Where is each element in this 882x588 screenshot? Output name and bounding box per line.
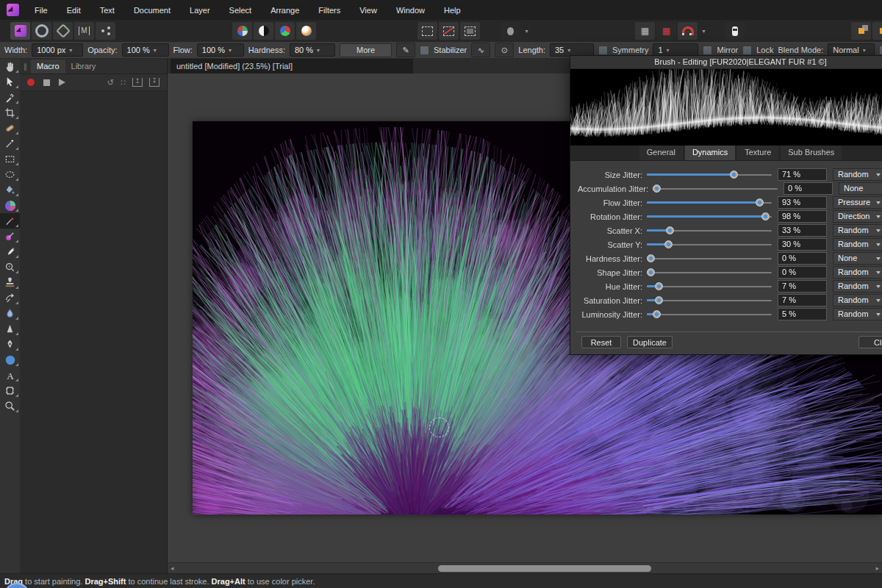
luminosity-jitter-mode-select[interactable]: Random <box>833 308 882 320</box>
pen-tool[interactable] <box>0 337 20 352</box>
scroll-left-icon[interactable]: ◂ <box>171 563 174 574</box>
menu-item-help[interactable]: Help <box>434 1 470 20</box>
auto-colour-button[interactable] <box>275 22 295 40</box>
tab-macro[interactable]: Macro <box>31 60 65 74</box>
insert-target-alt-button[interactable] <box>872 22 882 40</box>
liquify-persona-button[interactable] <box>32 22 51 40</box>
menu-item-select[interactable]: Select <box>220 1 262 20</box>
hue-jitter-mode-select[interactable]: Random <box>833 280 882 293</box>
menu-item-layer[interactable]: Layer <box>180 1 220 20</box>
horizontal-scrollbar[interactable]: ◂ ▸ <box>168 562 882 574</box>
menu-item-view[interactable]: View <box>350 1 387 20</box>
more-button[interactable]: More <box>340 43 392 57</box>
size-jitter-value[interactable]: 71 % <box>778 168 827 181</box>
scatter-y-slider[interactable] <box>647 240 772 248</box>
develop-persona-button[interactable] <box>53 22 73 40</box>
flow-jitter-slider[interactable] <box>647 198 772 207</box>
slider-thumb[interactable] <box>653 184 661 193</box>
auto-white-balance-button[interactable] <box>296 22 316 40</box>
mirror-checkbox[interactable] <box>703 46 712 55</box>
close-button[interactable]: Close <box>858 336 882 348</box>
inpainting-brush-tool[interactable] <box>0 121 20 136</box>
selection-mask-button[interactable] <box>460 22 480 40</box>
hue-jitter-slider[interactable] <box>647 282 772 290</box>
record-button[interactable] <box>27 79 35 86</box>
stop-button[interactable] <box>43 79 50 86</box>
menu-item-edit[interactable]: Edit <box>57 1 90 20</box>
export-persona-button[interactable] <box>96 22 115 40</box>
shape-jitter-mode-select[interactable]: Random <box>833 266 882 279</box>
scatter-x-slider[interactable] <box>647 226 772 234</box>
ellipse-tool[interactable] <box>0 352 20 368</box>
hardness-jitter-slider[interactable] <box>647 254 772 262</box>
menu-item-filters[interactable]: Filters <box>309 1 350 20</box>
tone-mapping-persona-button[interactable]: M <box>74 22 94 40</box>
slider-thumb[interactable] <box>647 254 655 262</box>
tab-library[interactable]: Library <box>65 60 102 74</box>
selection-marquee-button[interactable] <box>417 22 437 40</box>
slider-thumb[interactable] <box>756 198 764 207</box>
edit-brush-button[interactable]: ✎ <box>396 43 415 57</box>
quick-mask-button[interactable] <box>501 22 520 40</box>
scatter-x-value[interactable]: 33 % <box>778 224 827 237</box>
slider-thumb[interactable] <box>761 212 770 220</box>
accumulation-jitter-slider[interactable] <box>653 184 778 193</box>
auto-levels-button[interactable] <box>232 22 252 40</box>
export-icon[interactable]: ↥ <box>132 78 143 87</box>
saturation-jitter-slider[interactable] <box>647 296 772 304</box>
gradient-tool[interactable] <box>0 198 20 213</box>
flood-fill-tool[interactable] <box>0 182 20 198</box>
rotation-jitter-value[interactable]: 98 % <box>778 210 827 223</box>
reset-button[interactable]: Reset <box>581 336 621 348</box>
undo-brush-tool[interactable] <box>0 290 20 306</box>
view-tool[interactable] <box>0 59 20 74</box>
rotation-jitter-mode-select[interactable]: Direction <box>833 210 882 223</box>
width-field[interactable]: 1000 px▾ <box>32 43 83 57</box>
size-jitter-mode-select[interactable]: Random <box>833 168 882 181</box>
tab-dynamics[interactable]: Dynamics <box>685 146 735 160</box>
lock-checkbox[interactable] <box>742 46 752 55</box>
slider-thumb[interactable] <box>730 171 738 179</box>
auto-contrast-button[interactable] <box>254 22 273 40</box>
rotation-jitter-slider[interactable] <box>647 212 772 220</box>
mesh-warp-tool[interactable] <box>0 383 20 398</box>
sharpen-tool[interactable] <box>0 321 20 337</box>
flow-jitter-value[interactable]: 93 % <box>778 196 827 209</box>
menu-item-text[interactable]: Text <box>90 1 124 20</box>
scatter-y-mode-select[interactable]: Random <box>833 238 882 251</box>
artistic-text-tool[interactable]: A <box>0 368 20 383</box>
crop-tool[interactable] <box>0 105 20 121</box>
duplicate-button[interactable]: Duplicate <box>627 336 673 348</box>
menu-item-file[interactable]: File <box>25 1 57 20</box>
insert-target-button[interactable] <box>851 22 871 40</box>
rope-stabilizer-button[interactable]: ∿ <box>471 43 490 57</box>
scatter-x-mode-select[interactable]: Random <box>833 224 882 237</box>
blur-tool[interactable] <box>0 306 20 321</box>
menu-item-window[interactable]: Window <box>387 1 434 20</box>
colour-replacement-brush-tool[interactable] <box>0 229 20 244</box>
window-stabilizer-button[interactable]: ⊙ <box>495 43 514 57</box>
opacity-field[interactable]: 100 %▾ <box>122 43 169 57</box>
saturation-jitter-value[interactable]: 7 % <box>778 294 827 306</box>
menu-item-arrange[interactable]: Arrange <box>261 1 309 20</box>
wet-edges-checkbox[interactable] <box>879 46 882 55</box>
hardness-jitter-value[interactable]: 0 % <box>778 252 827 265</box>
selection-brush-tool[interactable] <box>0 136 20 151</box>
accumulation-jitter-value[interactable]: 0 % <box>784 182 833 195</box>
size-jitter-slider[interactable] <box>647 171 772 179</box>
slider-thumb[interactable] <box>666 226 674 234</box>
paint-brush-tool[interactable] <box>0 213 20 229</box>
snapping-grid-button[interactable]: ▦ <box>635 22 655 40</box>
tab-general[interactable]: General <box>639 146 683 160</box>
play-button[interactable] <box>59 79 65 86</box>
pixel-tool[interactable] <box>0 244 20 259</box>
shape-jitter-slider[interactable] <box>647 268 772 276</box>
slider-thumb[interactable] <box>653 310 661 318</box>
scatter-y-value[interactable]: 30 % <box>778 238 827 251</box>
freehand-selection-tool[interactable] <box>0 167 20 182</box>
colour-picker-tool[interactable] <box>0 90 20 105</box>
slider-thumb[interactable] <box>647 268 655 276</box>
flow-jitter-mode-select[interactable]: Pressure <box>833 196 882 209</box>
tab-texture[interactable]: Texture <box>737 146 778 160</box>
hardness-jitter-mode-select[interactable]: None <box>833 252 882 265</box>
